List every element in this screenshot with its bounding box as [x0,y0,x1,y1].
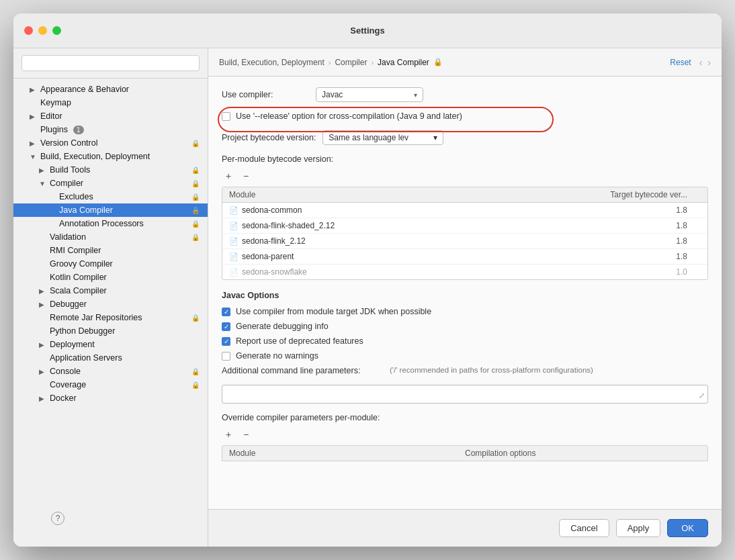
right-panel: Build, Execution, Deployment › Compiler … [208,48,722,547]
breadcrumb-bar: Build, Execution, Deployment › Compiler … [208,48,722,77]
sidebar-item-label: Docker [50,393,77,403]
breadcrumb-part2: Compiler [335,58,367,67]
maximize-button[interactable] [52,26,61,35]
sidebar-item-editor[interactable]: ▶ Editor [13,109,208,123]
sidebar-item-deployment[interactable]: ▶ Deployment [13,338,208,351]
remove-override-button[interactable]: − [239,428,253,441]
sidebar-item-scala[interactable]: ▶ Scala Compiler [13,284,208,297]
nav-back-button[interactable]: ‹ [699,57,703,68]
compiler-select[interactable]: Javac ▾ [316,87,423,102]
cancel-button[interactable]: Cancel [559,519,609,537]
sidebar-item-coverage[interactable]: Coverage 🔒 [13,378,208,391]
help-button[interactable]: ? [51,512,64,525]
sidebar-item-appearance[interactable]: ▶ Appearance & Behavior [13,83,208,96]
sidebar-item-label: Compiler [50,179,83,188]
cross-compile-checkbox[interactable] [222,112,230,121]
module-column-header: Module [229,190,580,199]
arrow-icon: ▶ [30,86,38,93]
sidebar-item-label: Application Servers [50,353,122,363]
sidebar-item-build-tools[interactable]: ▶ Build Tools 🔒 [13,163,208,177]
sidebar-item-keymap[interactable]: Keymap [13,96,208,109]
table-header: Module Target bytecode ver... [222,187,707,203]
sidebar-item-kotlin[interactable]: Kotlin Compiler [13,271,208,284]
ok-button[interactable]: OK [667,519,708,537]
sidebar-item-plugins[interactable]: Plugins 1 [13,123,208,136]
table-row[interactable]: 📄 sedona-parent 1.8 [222,249,707,265]
params-label: Additional command line parameters: [222,366,383,375]
sidebar-item-console[interactable]: ▶ Console 🔒 [13,365,208,378]
table-row[interactable]: 📄 sedona-flink_2.12 1.8 [222,234,707,249]
table-row[interactable]: 📄 sedona-flink-shaded_2.12 1.8 [222,218,707,234]
javac-option-label-3: Generate no warnings [236,351,318,361]
target-cell: 1.8 [580,236,701,246]
additional-params-input[interactable]: ⤢ [222,385,708,404]
sidebar-item-groovy[interactable]: Groovy Compiler [13,257,208,271]
sidebar-item-label: Groovy Compiler [50,259,113,269]
module-cell: 📄 sedona-common [229,205,580,215]
javac-option-label-1: Generate debugging info [236,322,329,331]
sidebar-item-label: Plugins [40,125,68,134]
use-compiler-row: Use compiler: Javac ▾ [222,87,708,102]
sidebar-item-annotation[interactable]: Annotation Processors 🔒 [13,217,208,230]
lock-icon: 🔒 [191,167,200,174]
sidebar-item-label: Remote Jar Repositories [50,313,142,322]
sidebar-item-label: Editor [40,111,62,121]
javac-options-title: Javac Options [222,291,708,300]
sidebar-item-java-compiler[interactable]: Java Compiler 🔒 [13,203,208,217]
sidebar-item-validation[interactable]: Validation 🔒 [13,230,208,244]
settings-content: Use compiler: Javac ▾ Use '--release' op… [208,77,722,509]
params-hint: ('/' recommended in paths for cross-plat… [390,366,708,374]
sidebar-item-compiler[interactable]: ▼ Compiler 🔒 [13,177,208,190]
sidebar-item-label: Validation [50,232,86,242]
table-row[interactable]: 📄 sedona-snowflake 1.0 [222,265,707,279]
sidebar: 🔍 ▶ Appearance & Behavior Keymap ▶ [13,48,208,547]
javac-option-row-0: ✓ Use compiler from module target JDK wh… [222,307,708,316]
bytecode-select[interactable]: Same as language lev ▾ [322,130,443,145]
sidebar-item-label: Scala Compiler [50,286,107,295]
sidebar-item-app-servers[interactable]: Application Servers [13,351,208,365]
arrow-icon: ▶ [30,113,38,120]
arrow-icon: ▼ [30,153,38,160]
search-input[interactable] [21,55,200,71]
sidebar-item-remote-jar[interactable]: Remote Jar Repositories 🔒 [13,311,208,324]
sidebar-item-rmi[interactable]: RMI Compiler [13,244,208,257]
close-button[interactable] [24,26,33,35]
add-module-button[interactable]: + [222,169,235,183]
javac-option-checkbox-3[interactable] [222,352,230,361]
lock-icon: 🔒 [191,314,200,322]
remove-module-button[interactable]: − [239,169,253,183]
breadcrumb-sep2: › [371,58,374,66]
sidebar-item-version-control[interactable]: ▶ Version Control 🔒 [13,136,208,150]
sidebar-item-label: Build, Execution, Deployment [40,152,150,161]
sidebar-item-python[interactable]: Python Debugger [13,324,208,338]
modules-table: Module Target bytecode ver... 📄 sedona-c… [222,187,708,280]
module-icon: 📄 [229,268,239,277]
override-add-row: + − [222,428,708,441]
module-cell: 📄 sedona-parent [229,252,580,261]
reset-button[interactable]: Reset [670,58,691,67]
arrow-icon: ▶ [39,368,47,375]
javac-option-row-1: ✓ Generate debugging info [222,322,708,331]
javac-option-row-3: Generate no warnings [222,351,708,361]
breadcrumb-sep1: › [329,58,331,66]
javac-option-checkbox-1[interactable]: ✓ [222,322,230,331]
sidebar-item-label: Build Tools [50,165,90,175]
chevron-down-icon: ▾ [414,91,417,99]
titlebar: Settings [13,13,722,48]
nav-forward-button[interactable]: › [707,57,711,68]
apply-button[interactable]: Apply [616,519,661,537]
override-table-header: Module Compilation options [222,445,708,461]
sidebar-item-docker[interactable]: ▶ Docker [13,391,208,405]
table-row[interactable]: 📄 sedona-common 1.8 [222,203,707,218]
module-cell: 📄 sedona-snowflake [229,267,580,277]
add-override-button[interactable]: + [222,428,235,441]
sidebar-item-label: Deployment [50,340,95,349]
sidebar-item-debugger[interactable]: ▶ Debugger [13,297,208,311]
lock-icon: 🔒 [191,220,200,228]
minimize-button[interactable] [38,26,47,35]
sidebar-item-build-execution[interactable]: ▼ Build, Execution, Deployment [13,150,208,163]
javac-option-checkbox-2[interactable]: ✓ [222,337,230,346]
javac-option-checkbox-0[interactable]: ✓ [222,308,230,316]
sidebar-item-label: Console [50,367,81,376]
sidebar-item-excludes[interactable]: Excludes 🔒 [13,190,208,203]
